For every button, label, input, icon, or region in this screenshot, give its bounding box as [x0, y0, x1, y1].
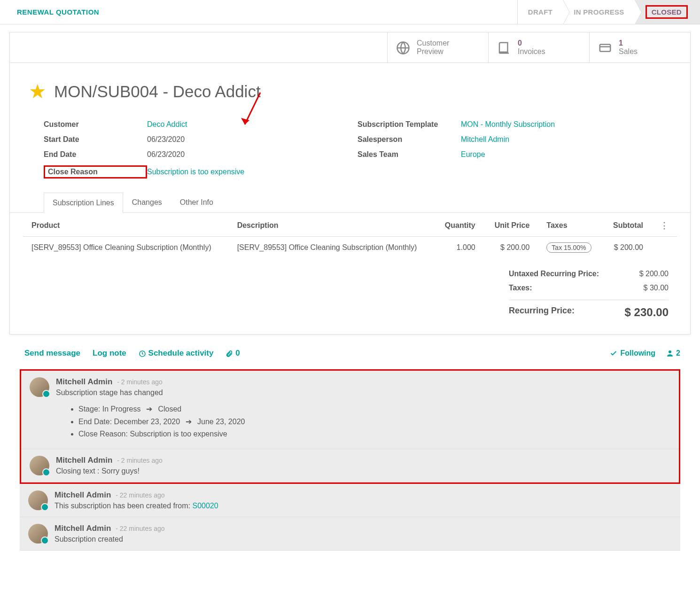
untaxed-value: $ 200.00 [639, 270, 669, 278]
star-icon[interactable]: ★ [29, 80, 47, 103]
avatar[interactable] [30, 377, 49, 397]
message-time: - 22 minutes ago [116, 525, 164, 532]
recurring-label: Recurring Price: [509, 306, 575, 319]
stat-row: Customer Preview 0 Invoices 1 Sales [10, 32, 690, 63]
customer-preview-label-2: Preview [417, 47, 449, 56]
change-item: End Date: December 23, 2020 ➔ June 23, 2… [78, 415, 670, 428]
cell-subtotal: $ 200.00 [602, 237, 652, 259]
followers-count: 2 [676, 349, 680, 358]
schedule-activity-button[interactable]: Schedule activity [139, 349, 214, 358]
untaxed-label: Untaxed Recurring Price: [509, 270, 599, 278]
customer-preview-label-1: Customer [417, 39, 449, 47]
customer-value[interactable]: Deco Addict [147, 120, 187, 129]
message-author: Mitchell Admin [56, 456, 112, 465]
tab-changes[interactable]: Changes [123, 192, 171, 212]
top-bar: RENEWAL QUOTATION DRAFT IN PROGRESS CLOS… [0, 0, 700, 24]
close-reason-label: Close Reason [44, 165, 147, 179]
attachments-button[interactable]: 0 [226, 349, 240, 358]
origin-link[interactable]: S00020 [192, 502, 218, 510]
start-date-value: 06/23/2020 [147, 135, 185, 144]
change-item: Close Reason: Subscription is too expens… [78, 428, 670, 440]
fields-grid: CustomerDeco Addict Start Date06/23/2020… [10, 117, 690, 182]
sales-count: 1 [619, 39, 638, 47]
followers-button[interactable]: 2 [666, 349, 680, 358]
paperclip-icon [226, 350, 233, 358]
col-taxes: Taxes [538, 213, 602, 237]
message-author: Mitchell Admin [54, 490, 111, 500]
page-title: MON/SUB004 - Deco Addict [54, 82, 261, 101]
salesperson-value[interactable]: Mitchell Admin [461, 135, 509, 144]
sales-button[interactable]: 1 Sales [589, 32, 690, 62]
salesperson-label: Salesperson [358, 135, 461, 144]
tab-other-info[interactable]: Other Info [171, 192, 222, 212]
log-note-button[interactable]: Log note [93, 349, 126, 358]
renewal-quotation-button[interactable]: RENEWAL QUOTATION [17, 8, 99, 16]
customer-preview-button[interactable]: Customer Preview [387, 32, 488, 62]
tab-subscription-lines[interactable]: Subscription Lines [44, 193, 123, 213]
totals: Untaxed Recurring Price:$ 200.00 Taxes:$… [10, 258, 690, 334]
taxes-label: Taxes: [509, 284, 532, 292]
schedule-activity-label: Schedule activity [148, 349, 214, 358]
message-text: This subscription has been created from:… [54, 500, 672, 510]
following-button[interactable]: Following [610, 349, 655, 358]
sales-team-value[interactable]: Europe [461, 150, 485, 159]
kebab-icon[interactable]: ⋮ [660, 221, 669, 230]
activity-bar: Send message Log note Schedule activity … [0, 338, 700, 367]
cell-description: [SERV_89553] Office Cleaning Subscriptio… [229, 237, 435, 259]
send-message-button[interactable]: Send message [24, 349, 80, 358]
check-icon [610, 350, 617, 357]
end-date-label: End Date [44, 150, 147, 159]
col-unit-price: Unit Price [484, 213, 538, 237]
invoices-button[interactable]: 0 Invoices [488, 32, 589, 62]
taxes-value: $ 30.00 [644, 284, 669, 292]
sales-label: Sales [619, 47, 638, 56]
stage-closed-label: CLOSED [646, 5, 688, 19]
arrow-right-icon: ➔ [182, 417, 195, 426]
stage-in-progress[interactable]: IN PROGRESS [563, 0, 635, 24]
svg-rect-1 [600, 45, 611, 52]
tax-chip: Tax 15.00% [546, 242, 591, 253]
highlighted-messages: Mitchell Admin- 2 minutes ago Subscripti… [20, 369, 680, 484]
avatar[interactable] [28, 524, 48, 544]
lines-table: Product Description Quantity Unit Price … [23, 213, 677, 258]
arrow-right-icon: ➔ [143, 404, 156, 413]
book-icon [497, 40, 511, 55]
following-label: Following [620, 349, 655, 358]
recurring-value: $ 230.00 [625, 306, 669, 319]
close-reason-value[interactable]: Subscription is too expensive [147, 168, 244, 176]
col-subtotal: Subtotal [602, 213, 652, 237]
customer-label: Customer [44, 120, 147, 129]
attachments-count: 0 [235, 349, 240, 358]
stage-closed[interactable]: CLOSED [635, 0, 700, 24]
title-row: ★ MON/SUB004 - Deco Addict [10, 63, 690, 117]
globe-icon [396, 40, 410, 55]
template-value[interactable]: MON - Monthly Subscription [461, 120, 555, 129]
message-text: Subscription stage has changed [56, 389, 670, 397]
message-author: Mitchell Admin [56, 377, 112, 387]
table-wrap: Product Description Quantity Unit Price … [10, 213, 690, 258]
stage-bar: DRAFT IN PROGRESS CLOSED [517, 0, 700, 24]
start-date-label: Start Date [44, 135, 147, 144]
clock-icon [139, 350, 146, 358]
message-text: Closing text : Sorry guys! [56, 465, 670, 475]
message-item: Mitchell Admin- 22 minutes ago This subs… [20, 484, 680, 517]
end-date-value: 06/23/2020 [147, 150, 185, 159]
card-icon [598, 40, 612, 55]
sales-team-label: Sales Team [358, 150, 461, 159]
message-item: Mitchell Admin- 2 minutes ago Subscripti… [21, 371, 679, 449]
tabs: Subscription Lines Changes Other Info [10, 182, 690, 213]
messages: Mitchell Admin- 2 minutes ago Subscripti… [20, 369, 680, 551]
cell-price: $ 200.00 [484, 237, 538, 259]
cell-quantity: 1.000 [434, 237, 483, 259]
message-author: Mitchell Admin [54, 524, 111, 533]
table-row[interactable]: [SERV_89553] Office Cleaning Subscriptio… [23, 237, 677, 259]
cell-tax: Tax 15.00% [538, 237, 602, 259]
avatar[interactable] [30, 456, 49, 475]
message-item: Mitchell Admin- 2 minutes ago Closing te… [21, 449, 679, 482]
avatar[interactable] [28, 490, 48, 510]
person-icon [666, 349, 674, 358]
stage-draft[interactable]: DRAFT [517, 0, 563, 24]
col-description: Description [229, 213, 435, 237]
col-quantity: Quantity [434, 213, 483, 237]
message-text: Subscription created [54, 533, 672, 544]
